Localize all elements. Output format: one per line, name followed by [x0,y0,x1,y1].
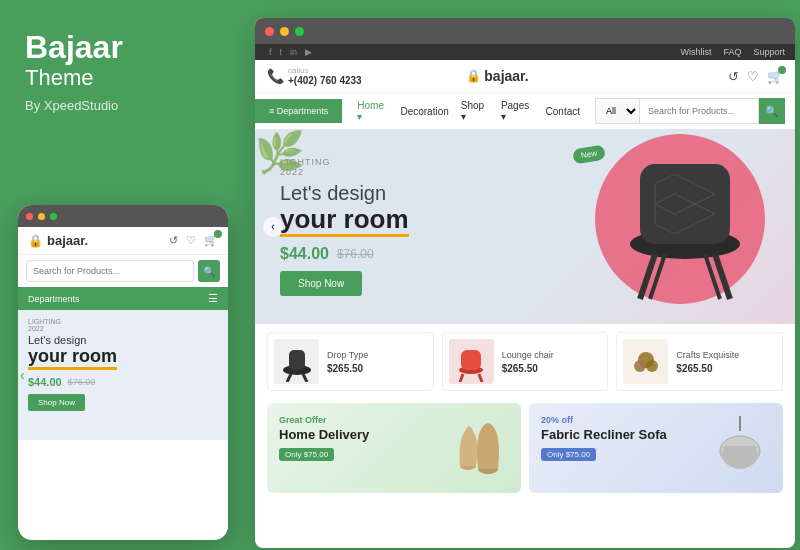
product-card-3[interactable]: Crafts Exquisite $265.50 [616,332,783,391]
phone-dot-red [26,213,33,220]
phone-receiver-icon: 📞 [267,68,284,84]
browser-top-bar [255,18,795,44]
nav-home[interactable]: Home ▾ [357,93,388,129]
phone-icons-row: ↺ ♡ 🛒 [169,234,218,247]
phone-number: +(402) 760 4233 [288,75,362,86]
browser-phone-info: 📞 callus +(402) 760 4233 [267,66,362,86]
product-name-2: Lounge chair [502,350,554,360]
phone-details: callus +(402) 760 4233 [288,66,362,86]
brand-subtitle: Theme [25,65,220,91]
phone-search-input[interactable] [26,260,194,282]
nav-contact[interactable]: Contact [546,93,580,129]
phone-logo-row: 🔒 bajaar. ↺ ♡ 🛒 [18,227,228,255]
browser-nav-icons: ↺ ♡ 🛒 [728,69,783,84]
wishlist-icon[interactable]: ♡ [186,234,196,247]
cart-badge-dot [214,230,222,238]
phone-departments-bar[interactable]: Departments ☰ [18,287,228,310]
browser-search-button[interactable]: 🔍 [759,98,785,124]
phone-mockup: 🔒 bajaar. ↺ ♡ 🛒 🔍 Departments ☰ ‹ LIGHTI… [18,205,228,540]
browser-dot-red [265,27,274,36]
product-card-1[interactable]: Drop Type $265.50 [267,332,434,391]
hero-price-main: $44.00 [280,245,329,263]
callus-label: callus [288,66,362,75]
cart-count-badge [778,66,786,74]
svg-rect-7 [289,350,305,370]
departments-button[interactable]: ≡ Departments [255,99,342,123]
bottom-banner-1[interactable]: Great Offer Home Delivery Only $75.00 [267,403,521,493]
hero-shop-button[interactable]: Shop Now [280,271,362,296]
phone-hamburger-icon[interactable]: ☰ [208,292,218,305]
chair-image [585,129,785,324]
phone-hero-content: LIGHTING2022 Let's design your room $44.… [28,318,218,411]
product-info-1: Drop Type $265.50 [327,350,368,374]
svg-line-9 [303,374,307,382]
product-price-2: $265.50 [502,363,554,374]
hero-image-area [525,129,795,324]
phone-dot-green [50,213,57,220]
product-info-2: Lounge chair $265.50 [502,350,554,374]
product-image-3 [623,339,668,384]
phone-logo-text: bajaar. [47,233,88,248]
svg-rect-1 [640,164,730,244]
product-price-1: $265.50 [327,363,368,374]
product-info-3: Crafts Exquisite $265.50 [676,350,739,374]
banner2-image [705,411,775,485]
svg-line-8 [287,374,291,382]
refresh-icon[interactable]: ↺ [169,234,178,247]
products-row: Drop Type $265.50 Lounge chair $265.50 [255,324,795,399]
svg-line-12 [460,374,463,382]
hero-price-row: $44.00 $76.00 [280,245,409,263]
banner1-only: Only $75.00 [279,448,334,461]
phone-departments-label: Departments [28,294,80,304]
nav-shop[interactable]: Shop ▾ [461,93,489,129]
nav-decoration[interactable]: Decoration [400,93,448,129]
phone-shop-button[interactable]: Shop Now [28,394,85,411]
product-price-3: $265.50 [676,363,739,374]
browser-search-area: All 🔍 [595,98,785,124]
phone-hero: ‹ LIGHTING2022 Let's design your room $4… [18,310,228,440]
phone-top-bar [18,205,228,227]
support-link[interactable]: Support [753,47,785,57]
product-card-2[interactable]: Lounge chair $265.50 [442,332,609,391]
facebook-icon[interactable]: f [269,47,272,57]
product-name-3: Crafts Exquisite [676,350,739,360]
browser-wishlist-icon[interactable]: ♡ [747,69,759,84]
browser-search-category[interactable]: All [595,98,639,124]
phone-price-main: $44.00 [28,376,62,388]
phone-search-row: 🔍 [18,255,228,287]
svg-point-15 [634,360,646,372]
svg-point-16 [646,360,658,372]
brand-name: Bajaar [25,30,220,65]
browser-lock-icon: 🔒 [466,69,481,83]
browser-mockup: f t in ▶ Wishlist FAQ Support 📞 callus +… [255,18,795,548]
wishlist-link[interactable]: Wishlist [680,47,711,57]
browser-logo-text: bajaar. [484,68,528,84]
product-image-1 [274,339,319,384]
social-icons: f t in ▶ [265,47,312,57]
hero-content: LIGHTING2022 Let's design your room $44.… [255,137,434,316]
hero-price-old: $76.00 [337,247,374,261]
phone-search-button[interactable]: 🔍 [198,260,220,282]
browser-hero: 🌿 LIGHTING2022 Let's design your room $4… [255,129,795,324]
youtube-icon[interactable]: ▶ [305,47,312,57]
bottom-banner-2[interactable]: 20% off Fabric Recliner Sofa Only $75.00 [529,403,783,493]
browser-cart-icon[interactable]: 🛒 [767,69,783,84]
browser-refresh-icon[interactable]: ↺ [728,69,739,84]
cart-icon[interactable]: 🛒 [204,234,218,247]
phone-price-row: $44.00 $76.00 [28,376,218,388]
faq-link[interactable]: FAQ [723,47,741,57]
svg-line-13 [479,374,482,382]
hero-title-bold: your room [280,205,409,237]
browser-menu-row: ≡ Departments Home ▾ Decoration Shop ▾ P… [255,93,795,129]
phone-hero-tag: LIGHTING2022 [28,318,218,332]
nav-pages[interactable]: Pages ▾ [501,93,534,129]
lock-icon: 🔒 [28,234,43,248]
browser-search-input[interactable] [639,98,759,124]
browser-dot-yellow [280,27,289,36]
browser-nav-links: Home ▾ Decoration Shop ▾ Pages ▾ Contact [342,93,595,129]
browser-logo: 🔒 bajaar. [466,68,528,84]
linkedin-icon[interactable]: in [290,47,297,57]
phone-hero-arrow-left[interactable]: ‹ [20,367,25,383]
brand-by: By XpeedStudio [25,98,220,113]
twitter-icon[interactable]: t [280,47,283,57]
